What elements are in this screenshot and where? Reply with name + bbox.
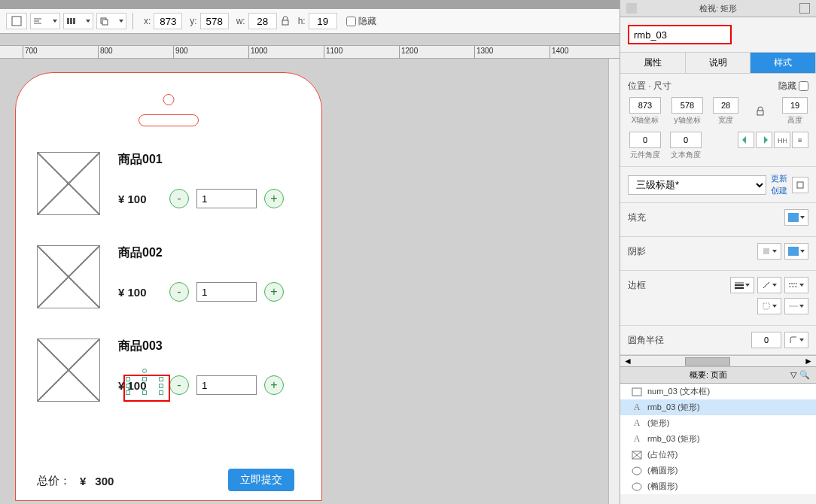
x-label: x:	[144, 16, 151, 26]
ruler: 700 800 900 1000 1100 1200 1300 1400	[0, 45, 620, 59]
outline-item[interactable]: Armb_03 (矩形)	[620, 399, 816, 415]
outline-label: (椭圆形)	[647, 481, 677, 492]
border-visibility[interactable]	[757, 298, 781, 314]
flip-h-icon[interactable]	[738, 132, 754, 148]
y-label: y:	[190, 16, 196, 26]
distribute-drop[interactable]	[63, 13, 93, 29]
border-width[interactable]	[730, 277, 754, 293]
plus-button[interactable]: +	[264, 282, 284, 302]
outline-item[interactable]: (椭圆形)	[620, 463, 816, 478]
minus-button[interactable]: -	[169, 282, 189, 302]
tab-properties[interactable]: 属性	[620, 53, 686, 73]
pos-x[interactable]	[629, 97, 661, 114]
element-name-input[interactable]	[628, 25, 732, 44]
outline-item[interactable]: num_03 (文本框)	[620, 384, 816, 399]
section-shadow: 阴影	[620, 237, 816, 271]
border-color[interactable]	[757, 277, 781, 293]
total-label: 总价：	[37, 474, 71, 488]
plus-button[interactable]: +	[264, 189, 284, 208]
text-icon: A	[631, 418, 643, 429]
vertical-scrollbar[interactable]	[608, 59, 620, 504]
submit-button[interactable]: 立即提交	[228, 469, 294, 491]
flip-v-icon[interactable]	[756, 132, 772, 148]
svg-marker-12	[764, 136, 768, 144]
svg-text:HH: HH	[778, 137, 787, 144]
panel-h-scrollbar[interactable]: ◄►	[620, 355, 816, 366]
flip-v2-icon[interactable]: ≡	[792, 132, 808, 148]
image-placeholder[interactable]	[37, 245, 100, 308]
outline-item[interactable]: (占位符)	[620, 447, 816, 463]
minus-button[interactable]: -	[169, 189, 189, 208]
w-input[interactable]	[248, 13, 277, 29]
pos-h[interactable]	[782, 97, 808, 114]
outline-label: rmb_03 (矩形)	[647, 402, 700, 413]
svg-rect-10	[757, 111, 763, 115]
arrow-style[interactable]	[784, 298, 808, 314]
minus-button[interactable]: -	[169, 375, 189, 395]
product-name: 商品001	[118, 152, 302, 168]
style-more-icon[interactable]	[792, 177, 808, 193]
align-drop[interactable]	[30, 13, 60, 29]
qty-input[interactable]	[196, 282, 257, 302]
image-placeholder[interactable]	[37, 339, 100, 402]
camera-icon	[163, 94, 175, 105]
phone-frame: 商品001 ¥ 100 - + 商品002 ¥ 100 -	[15, 72, 322, 501]
fill-color[interactable]	[784, 209, 808, 226]
tab-style[interactable]: 样式	[751, 53, 816, 73]
ellipse-icon	[631, 481, 643, 492]
elem-angle[interactable]	[629, 132, 661, 148]
hide-checkbox2[interactable]: 隐藏	[778, 80, 808, 93]
outline-label: num_03 (文本框)	[647, 386, 710, 397]
filter-icon[interactable]: ▽	[790, 370, 796, 380]
link-update[interactable]: 更新	[771, 173, 787, 184]
w-label: w:	[236, 16, 245, 26]
lock-icon[interactable]	[280, 16, 291, 26]
document-icon[interactable]	[799, 3, 810, 14]
outline-item[interactable]: A(矩形)	[620, 415, 816, 431]
section-radius: 圆角半径	[620, 326, 816, 355]
link-create[interactable]: 创建	[771, 185, 787, 196]
x-input[interactable]	[154, 13, 182, 29]
rect-icon	[631, 387, 643, 397]
canvas[interactable]: 商品001 ¥ 100 - + 商品002 ¥ 100 -	[0, 59, 620, 504]
svg-rect-24	[632, 388, 641, 396]
outer-shadow[interactable]	[757, 243, 781, 260]
qty-input[interactable]	[196, 189, 257, 208]
tab-notes[interactable]: 说明	[686, 53, 751, 73]
lock-icon[interactable]	[755, 106, 766, 117]
text-angle[interactable]	[670, 132, 702, 148]
plus-button[interactable]: +	[264, 375, 284, 395]
radius-input[interactable]	[751, 332, 781, 348]
pos-title: 位置 · 尺寸	[628, 80, 671, 93]
product-price: ¥ 100	[118, 286, 162, 299]
selection-handles[interactable]	[128, 379, 161, 393]
image-placeholder[interactable]	[37, 152, 100, 215]
text-style-select[interactable]: 三级标题*	[628, 175, 766, 195]
group-btn[interactable]	[6, 13, 27, 29]
outline-tree: num_03 (文本框)Armb_03 (矩形)A(矩形)Armb_03 (矩形…	[620, 384, 816, 494]
border-style[interactable]	[784, 277, 808, 293]
svg-rect-5	[70, 18, 72, 24]
flip-h2-icon[interactable]: HH	[774, 132, 790, 148]
hide-checkbox[interactable]: 隐藏	[346, 15, 376, 28]
svg-rect-9	[282, 20, 288, 25]
qty-input[interactable]	[196, 375, 257, 395]
inner-shadow[interactable]	[784, 243, 808, 260]
search-icon[interactable]: 🔍	[799, 370, 810, 380]
order-drop[interactable]	[96, 13, 126, 29]
outline-item[interactable]: Armb_03 (矩形)	[620, 431, 816, 447]
radius-corner[interactable]	[784, 332, 808, 348]
fill-label: 填充	[628, 211, 646, 224]
placeholder-icon	[631, 450, 643, 460]
outline-label: rmb_03 (矩形)	[647, 433, 700, 445]
outline-item[interactable]: (椭圆形)	[620, 478, 816, 494]
inspector-panel: 检视: 矩形 属性 说明 样式 位置 · 尺寸 隐藏 X轴坐标 y轴坐标 宽度 …	[620, 0, 816, 504]
h-input[interactable]	[309, 13, 337, 29]
y-input[interactable]	[200, 13, 229, 29]
total-row: 总价： ¥ 300	[37, 474, 114, 488]
svg-point-29	[632, 483, 641, 490]
pos-w[interactable]	[713, 97, 738, 114]
pos-y[interactable]	[671, 97, 703, 114]
collapse-icon[interactable]	[626, 3, 637, 14]
inspector-title: 检视: 矩形	[699, 3, 737, 14]
